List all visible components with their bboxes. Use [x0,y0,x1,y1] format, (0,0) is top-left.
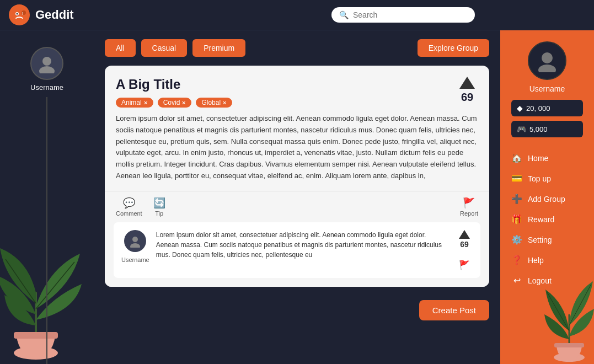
filter-premium-button[interactable]: Premium [192,39,245,57]
report-button[interactable]: 🚩 Report [460,197,478,217]
nav-setting[interactable]: ⚙️ Setting [506,230,588,249]
tip-icon: 🔄 [153,197,165,209]
vote-count: 69 [461,91,473,104]
nav-reward[interactable]: 🎁 Reward [506,210,588,229]
coin-icon: 🎮 [517,125,526,133]
comment-section: Username Lorem ipsum dolor sit amet, con… [105,222,489,287]
tag-covid: Covid ✕ [158,98,192,108]
svg-point-5 [42,57,51,66]
logo-area: ! Geddit [9,4,74,25]
upvote-triangle-icon [459,77,475,89]
comment-right-area: 69 🚩 [456,230,473,270]
eth-icon: ◆ [517,104,523,113]
nav-add-group[interactable]: ➕ Add Group [506,189,588,208]
tag-covid-close[interactable]: ✕ [181,100,186,106]
search-icon: 🔍 [339,10,349,19]
post-title-area: A Big Title Animal ✕ Covid ✕ Global ✕ [116,77,447,108]
post-tags: Animal ✕ Covid ✕ Global ✕ [116,98,447,108]
tag-global-close[interactable]: ✕ [222,100,227,106]
comment-vote-area: 69 [459,230,470,249]
svg-point-6 [39,66,55,73]
comment-username: Username [121,256,149,263]
vote-area: 69 [456,77,478,104]
left-user-avatar [30,47,63,80]
post-body: Lorem ipsum dolor sit amet, consectetuer… [105,113,489,191]
sidebar-line [46,97,47,364]
create-post-button[interactable]: Create Post [419,300,489,320]
comment-upvote-icon[interactable] [459,230,470,239]
nav-home[interactable]: 🏠 Home [506,148,588,168]
help-icon: ❓ [511,255,522,265]
explore-group-button[interactable]: Explore Group [418,39,489,57]
setting-icon: ⚙️ [511,234,522,245]
main-layout: Username [0,30,594,364]
svg-point-0 [12,8,26,22]
create-post-area: Create Post [105,300,489,320]
filter-casual-button[interactable]: Casual [141,39,188,57]
tag-animal-close[interactable]: ✕ [143,100,148,106]
post-card: A Big Title Animal ✕ Covid ✕ Global ✕ [105,66,489,287]
addgroup-icon: ➕ [511,194,522,204]
content-area: All Casual Premium Explore Group A Big T… [94,30,500,364]
home-icon: 🏠 [511,153,522,163]
left-sidebar: Username [0,30,94,364]
svg-point-14 [542,52,553,63]
post-header: A Big Title Animal ✕ Covid ✕ Global ✕ [105,66,489,113]
app-logo: ! [9,4,30,25]
tag-global: Global ✕ [196,98,232,108]
svg-rect-8 [14,332,58,339]
tip-button[interactable]: 🔄 Tip [153,197,165,217]
svg-text:!: ! [22,12,23,15]
comment-avatar [124,230,146,252]
left-username: Username [30,83,63,92]
topup-icon: 💳 [511,173,522,184]
top-bar: ! Geddit 🔍 [0,0,594,30]
search-bar[interactable]: 🔍 [331,7,475,23]
eth-balance-button[interactable]: ◆ 20, 000 [511,100,583,116]
right-user-avatar [528,41,566,80]
reward-icon: 🎁 [511,214,522,224]
svg-point-13 [130,243,140,248]
comment-button[interactable]: 💬 Comment [116,197,142,217]
comment-icon: 💬 [123,197,135,209]
svg-rect-17 [554,343,584,347]
svg-point-2 [17,13,18,15]
svg-point-15 [538,65,556,72]
comment-item: Username Lorem ipsum dolor sit amet, con… [114,222,480,278]
post-title: A Big Title [116,77,447,92]
post-actions: 💬 Comment 🔄 Tip 🚩 Report [105,191,489,222]
coin-balance-button[interactable]: 🎮 5,000 [511,121,583,137]
right-username: Username [529,84,565,93]
logout-icon: ↩ [511,275,522,286]
filter-tabs: All Casual Premium Explore Group [105,39,489,57]
app-title: Geddit [35,8,74,22]
svg-point-12 [132,237,138,242]
report-icon: 🚩 [463,197,475,209]
comment-content: Lorem ipsum dolor sit amet, consectetuer… [156,230,449,260]
tag-animal: Animal ✕ [116,98,153,108]
comment-user-area: Username [121,230,149,263]
right-plant [533,254,594,364]
filter-all-button[interactable]: All [105,39,136,57]
upvote-button[interactable] [459,77,475,89]
search-input[interactable] [353,10,467,19]
comment-flag-icon[interactable]: 🚩 [459,260,470,270]
comment-vote-count: 69 [460,240,469,249]
right-sidebar: Username ◆ 20, 000 🎮 5,000 🏠 Home 💳 Top … [500,30,594,364]
nav-top-up[interactable]: 💳 Top up [506,169,588,188]
